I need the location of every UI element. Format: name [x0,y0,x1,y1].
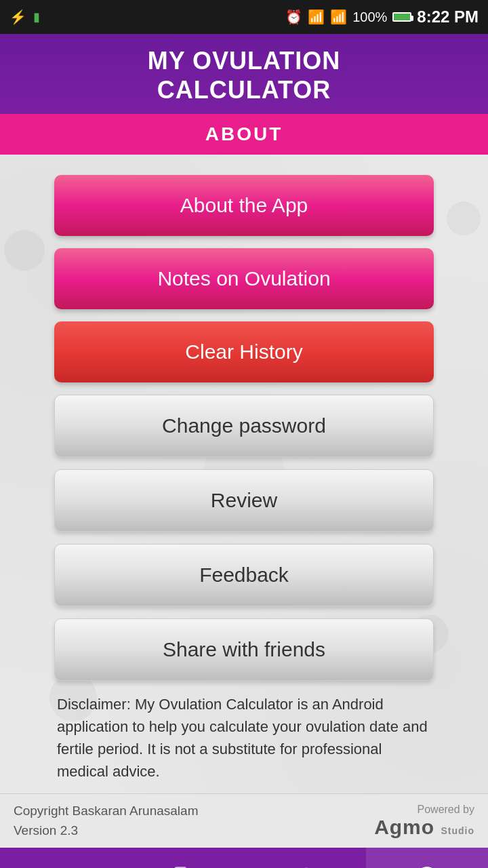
status-bar: ⚡ ▮ ⏰ 📶 📶 100% 8:22 PM [0,0,488,34]
about-app-button[interactable]: About the App [54,175,434,236]
change-password-button[interactable]: Change password [54,395,434,457]
wifi-icon: 📶 [308,9,325,25]
nav-notes[interactable]: Notes [122,848,244,868]
disclaimer-text: Disclaimer: My Ovulation Calculator is a… [54,693,434,783]
battery-small-icon: ▮ [33,9,40,24]
nav-history[interactable]: History [244,848,366,868]
copyright-text: Copyright Baskaran ArunasalamVersion 2.3 [14,802,198,840]
page-title-bar: ABOUT [0,114,488,155]
nav-about[interactable]: About [366,848,488,868]
powered-by: Powered by Agmo Studio [374,804,474,839]
alarm-icon: ⏰ [285,9,302,25]
history-icon [292,865,318,868]
brand-name: Agmo Studio [374,816,474,839]
footer-info: Copyright Baskaran ArunasalamVersion 2.3… [0,793,488,848]
notes-on-ovulation-button[interactable]: Notes on Ovulation [54,248,434,309]
battery-percent: 100% [352,9,387,25]
page-title: ABOUT [0,123,488,145]
battery-icon [392,8,411,26]
status-time: 8:22 PM [417,7,479,26]
app-header: MY OVULATIONCALCULATOR [0,34,488,114]
nav-home[interactable]: Home [0,848,122,868]
app-title: MY OVULATIONCALCULATOR [0,46,488,104]
feedback-button[interactable]: Feedback [54,544,434,606]
home-icon [48,865,74,868]
bottom-nav: Home Notes History About [0,848,488,868]
signal-icon: 📶 [330,9,347,25]
share-with-friends-button[interactable]: Share with friends [54,618,434,681]
review-button[interactable]: Review [54,469,434,532]
main-content: About the App Notes on Ovulation Clear H… [0,155,488,793]
clear-history-button[interactable]: Clear History [54,321,434,382]
about-icon [414,865,440,868]
usb-icon: ⚡ [9,9,26,25]
notes-icon [170,865,196,868]
